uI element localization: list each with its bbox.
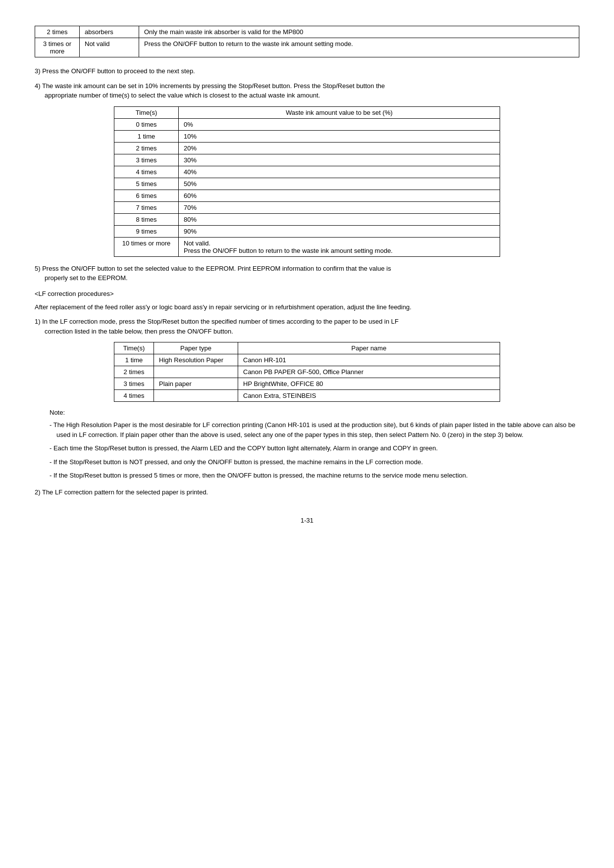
table-row: 3 times30% [114,154,500,166]
lf-row-paper-name: HP BrightWhite, OFFICE 80 [238,378,500,390]
waste-header-times: Time(s) [114,106,179,118]
note-item: - The High Resolution Paper is the most … [50,420,579,439]
waste-row-value: 70% [179,201,500,213]
waste-row-times: 4 times [114,166,179,178]
waste-row-times: 7 times [114,201,179,213]
lf-row-paper-type [154,390,238,402]
lf-row-paper-name: Canon Extra, STEINBEIS [238,390,500,402]
lf-header-paper-name: Paper name [238,342,500,354]
lf-row-paper-type: High Resolution Paper [154,354,238,366]
waste-row-value: 30% [179,154,500,166]
table-row: 2 times absorbers Only the main waste in… [35,26,579,38]
top-table-cell-times-2: 2 times [35,26,80,38]
lf-row-paper-type: Plain paper [154,378,238,390]
lf-table-header: Time(s) Paper type Paper name [114,342,500,354]
waste-row-value: 50% [179,178,500,190]
waste-ink-table: Time(s) Waste ink amount value to be set… [114,106,500,257]
step-5: 5) Press the ON/OFF button to set the se… [35,264,579,283]
step-3: 3) Press the ON/OFF button to proceed to… [35,66,579,76]
table-row: 4 timesCanon Extra, STEINBEIS [114,390,500,402]
table-row: 5 times50% [114,178,500,190]
lf-row-paper-type [154,366,238,378]
waste-row-value: 80% [179,213,500,225]
waste-row-times: 6 times [114,190,179,201]
top-table-cell-times-3: 3 times or more [35,38,80,57]
note-item: - If the Stop/Reset button is NOT presse… [50,457,579,467]
table-row: 2 timesCanon PB PAPER GF-500, Office Pla… [114,366,500,378]
waste-row-value: 0% [179,118,500,130]
notes-section: Note: - The High Resolution Paper is the… [50,409,579,481]
table-row: 2 times20% [114,142,500,154]
waste-row-times: 3 times [114,154,179,166]
lf-header-paper-type: Paper type [154,342,238,354]
lf-row-paper-name: Canon PB PAPER GF-500, Office Planner [238,366,500,378]
waste-row-value: Not valid.Press the ON/OFF button to ret… [179,237,500,256]
waste-row-times: 0 times [114,118,179,130]
table-row: 4 times40% [114,166,500,178]
top-table: 2 times absorbers Only the main waste in… [35,26,579,57]
table-row: 1 time10% [114,130,500,142]
waste-table-header: Time(s) Waste ink amount value to be set… [114,106,500,118]
lf-intro: After replacement of the feed roller ass… [35,302,579,312]
table-row: 6 times60% [114,190,500,201]
table-row: 1 timeHigh Resolution PaperCanon HR-101 [114,354,500,366]
note-item: - If the Stop/Reset button is pressed 5 … [50,471,579,481]
waste-row-value: 40% [179,166,500,178]
page-number: 1-31 [35,517,579,524]
top-table-cell-absorbers: absorbers [80,26,139,38]
note-item: - Each time the Stop/Reset button is pre… [50,443,579,453]
table-row: 3 times or more Not valid Press the ON/O… [35,38,579,57]
top-table-cell-desc-3: Press the ON/OFF button to return to the… [139,38,579,57]
page-content: 2 times absorbers Only the main waste in… [35,26,579,524]
table-row: 3 timesPlain paperHP BrightWhite, OFFICE… [114,378,500,390]
waste-row-times: 2 times [114,142,179,154]
waste-row-value: 20% [179,142,500,154]
table-row: 8 times80% [114,213,500,225]
table-row: 7 times70% [114,201,500,213]
lf-header-times: Time(s) [114,342,154,354]
lf-section-header: <LF correction procedures> [35,290,579,297]
lf-table: Time(s) Paper type Paper name 1 timeHigh… [114,342,500,402]
lf-step-1: 1) In the LF correction mode, press the … [35,317,579,336]
top-table-cell-desc-2: Only the main waste ink absorber is vali… [139,26,579,38]
step-4: 4) The waste ink amount can be set in 10… [35,81,579,100]
lf-row-times: 1 time [114,354,154,366]
waste-row-value: 10% [179,130,500,142]
notes-title: Note: [50,409,579,416]
lf-row-paper-name: Canon HR-101 [238,354,500,366]
lf-row-times: 2 times [114,366,154,378]
waste-header-value: Waste ink amount value to be set (%) [179,106,500,118]
top-table-cell-not-valid: Not valid [80,38,139,57]
waste-row-value: 90% [179,225,500,237]
waste-row-times: 10 times or more [114,237,179,256]
lf-row-times: 4 times [114,390,154,402]
table-row: 0 times0% [114,118,500,130]
lf-step-2: 2) The LF correction pattern for the sel… [35,487,579,497]
table-row: 10 times or moreNot valid.Press the ON/O… [114,237,500,256]
waste-row-times: 8 times [114,213,179,225]
waste-row-times: 9 times [114,225,179,237]
waste-row-value: 60% [179,190,500,201]
lf-row-times: 3 times [114,378,154,390]
notes-list: - The High Resolution Paper is the most … [50,420,579,481]
table-row: 9 times90% [114,225,500,237]
waste-row-times: 1 time [114,130,179,142]
waste-row-times: 5 times [114,178,179,190]
